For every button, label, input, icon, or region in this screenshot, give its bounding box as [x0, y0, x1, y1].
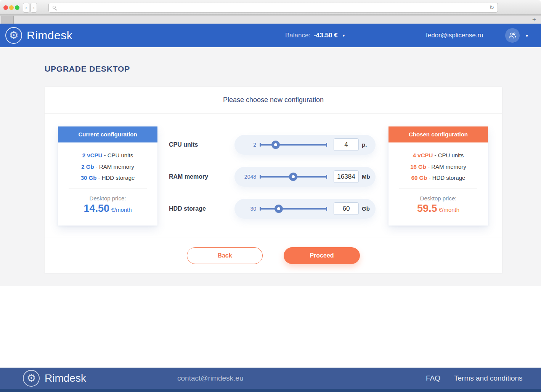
separator: - — [98, 174, 100, 181]
address-input[interactable] — [59, 3, 486, 12]
terms-link[interactable]: Terms and conditions — [454, 368, 523, 389]
config-value: 2 vCPU — [82, 152, 103, 158]
hdd-slider: 30 Gb — [234, 199, 376, 219]
config-value: 16 Gb — [410, 163, 426, 170]
price-line: 59.5 €/month — [388, 203, 488, 214]
tab-bar: + — [0, 15, 541, 24]
new-tab-button[interactable]: + — [532, 16, 536, 24]
pinned-tab[interactable] — [1, 16, 14, 24]
back-button[interactable]: Back — [187, 247, 263, 264]
slider-label-hdd: HDD storage — [169, 205, 206, 212]
site-header: ⚙ Rimdesk Balance: -43.50 € ▾ fedor@ispl… — [0, 24, 541, 47]
slider-min-value: 30 — [234, 199, 256, 219]
config-item-ram: 2 Gb - RAM memory — [58, 161, 157, 173]
config-label: CPU units — [108, 152, 133, 158]
proceed-button[interactable]: Proceed — [284, 247, 360, 264]
ram-slider: 2048 Mb — [234, 167, 376, 187]
configuration-card: Please choose new configuration Current … — [45, 87, 502, 273]
minimize-window-button[interactable] — [9, 5, 14, 10]
separator: - — [104, 152, 106, 158]
chosen-configuration-panel: Chosen configuration 4 vCPU - CPU units … — [388, 126, 488, 226]
slider-label-cpu: CPU units — [169, 141, 198, 148]
price-value: 14.50 — [83, 203, 109, 214]
config-item-ram: 16 Gb - RAM memory — [388, 161, 488, 173]
balance-label: Balance: — [285, 32, 310, 39]
slider-handle[interactable] — [275, 205, 283, 213]
contact-email-link[interactable]: contact@rimdesk.eu — [177, 368, 243, 389]
browser-back-button[interactable]: ‹ — [23, 3, 29, 13]
faq-link[interactable]: FAQ — [426, 368, 440, 389]
price-label: Desktop price: — [388, 195, 488, 202]
config-item-cpu: 2 vCPU - CPU units — [58, 150, 157, 161]
price-line: 14.50 €/month — [58, 203, 157, 214]
brand-logo[interactable]: ⚙ Rimdesk — [5, 27, 72, 44]
config-label: HDD storage — [102, 174, 135, 181]
price-label: Desktop price: — [58, 195, 157, 202]
card-heading: Please choose new configuration — [45, 87, 502, 114]
config-label: CPU units — [438, 152, 464, 158]
config-label: RAM memory — [431, 163, 466, 170]
zoom-window-button[interactable] — [15, 5, 19, 10]
reload-icon[interactable]: ↻ — [489, 4, 494, 11]
slider-handle[interactable] — [289, 173, 297, 181]
search-icon — [53, 6, 56, 9]
price-value: 59.5 — [417, 203, 437, 214]
price-unit: €/month — [111, 206, 132, 213]
config-item-hdd: 60 Gb - HDD storage — [388, 172, 488, 184]
gear-icon: ⚙ — [23, 370, 40, 387]
slider-min-value: 2 — [234, 135, 256, 155]
balance-value: -43.50 € — [314, 32, 337, 39]
separator: - — [96, 163, 98, 170]
address-bar[interactable]: ↻ — [48, 3, 498, 13]
users-icon — [508, 32, 517, 39]
divider — [69, 189, 147, 189]
avatar[interactable] — [505, 28, 520, 43]
slider-track[interactable] — [260, 176, 327, 178]
brand-name: Rimdesk — [27, 29, 72, 42]
slider-unit: Mb — [362, 167, 370, 187]
separator: - — [435, 152, 437, 158]
hdd-value-input[interactable] — [334, 202, 359, 215]
footer-brand-logo[interactable]: ⚙ Rimdesk — [23, 370, 86, 387]
browser-forward-button[interactable]: › — [31, 3, 37, 13]
close-window-button[interactable] — [3, 5, 8, 10]
slider-track[interactable] — [260, 144, 327, 146]
actions-row: Back Proceed — [45, 237, 502, 273]
slider-track[interactable] — [260, 208, 327, 210]
cpu-slider: 2 p. — [234, 135, 376, 155]
slider-unit: p. — [362, 135, 367, 155]
separator: - — [429, 174, 430, 181]
slider-unit: Gb — [362, 199, 370, 219]
config-value: 30 Gb — [81, 174, 97, 181]
footer-bottom-strip — [0, 389, 541, 392]
separator: - — [428, 163, 430, 170]
config-item-cpu: 4 vCPU - CPU units — [388, 150, 488, 161]
slider-min-value: 2048 — [234, 167, 256, 187]
config-value: 2 Gb — [81, 163, 94, 170]
footer-brand-name: Rimdesk — [45, 372, 86, 384]
config-label: HDD storage — [432, 174, 466, 181]
balance-dropdown[interactable]: Balance: -43.50 € ▾ — [285, 24, 345, 47]
user-email: fedor@isplicense.ru — [426, 24, 483, 47]
current-configuration-title: Current configuration — [58, 126, 157, 142]
slider-handle[interactable] — [271, 141, 280, 149]
chevron-down-icon: ▾ — [343, 33, 345, 38]
divider — [399, 189, 477, 189]
slider-label-ram: RAM memory — [169, 173, 208, 180]
chosen-configuration-title: Chosen configuration — [388, 126, 488, 142]
site-footer: ⚙ Rimdesk contact@rimdesk.eu FAQ Terms a… — [0, 368, 541, 389]
config-item-hdd: 30 Gb - HDD storage — [58, 172, 157, 184]
cpu-value-input[interactable] — [334, 138, 359, 151]
config-value: 4 vCPU — [413, 152, 433, 158]
current-configuration-panel: Current configuration 2 vCPU - CPU units… — [58, 126, 157, 226]
chevron-down-icon[interactable]: ▾ — [526, 33, 528, 38]
page-title: UPGRADE DESKTOP — [45, 64, 130, 74]
config-value: 60 Gb — [411, 174, 427, 181]
gear-icon: ⚙ — [5, 27, 22, 44]
ram-value-input[interactable] — [334, 170, 359, 183]
price-unit: €/month — [439, 206, 459, 213]
config-label: RAM memory — [99, 163, 134, 170]
browser-toolbar: ‹ › ↻ — [0, 0, 541, 15]
